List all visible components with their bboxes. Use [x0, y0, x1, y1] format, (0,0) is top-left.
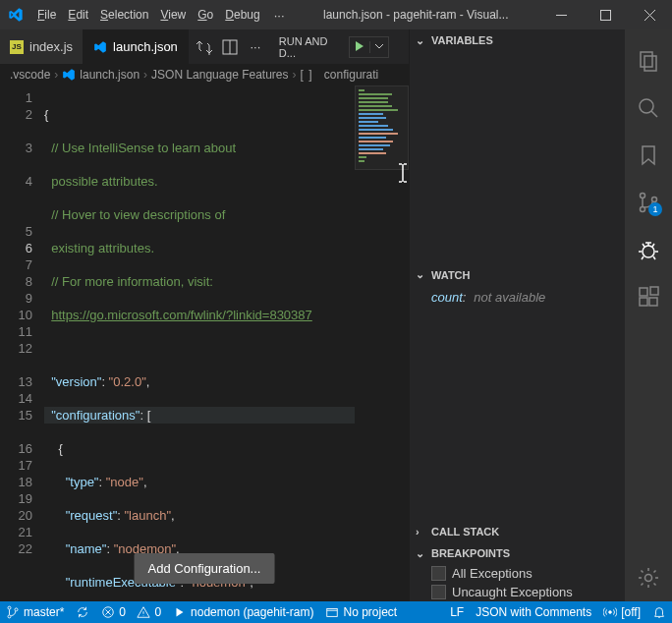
chevron-right-icon: ›: [416, 526, 427, 538]
compare-changes-icon[interactable]: [196, 39, 212, 55]
breadcrumb-folder[interactable]: .vscode: [10, 68, 50, 82]
search-icon[interactable]: [625, 85, 672, 132]
svg-rect-13: [649, 298, 657, 306]
breakpoints-section-header[interactable]: ⌄BREAKPOINTS: [410, 542, 625, 564]
checkbox[interactable]: [431, 566, 446, 581]
js-file-icon: JS: [10, 40, 24, 54]
tab-launch-json[interactable]: launch.json: [84, 29, 189, 64]
run-debug-icon[interactable]: [625, 226, 672, 273]
svg-point-21: [609, 611, 612, 614]
callstack-section-header[interactable]: ›CALL STACK: [410, 521, 625, 542]
chevron-down-icon: ⌄: [416, 268, 427, 281]
svg-point-18: [15, 608, 18, 611]
close-button[interactable]: [628, 0, 672, 29]
chevron-down-icon: ⌄: [416, 547, 427, 560]
breadcrumb-lang[interactable]: JSON Language Features: [151, 68, 288, 82]
vs-settings-icon: [93, 40, 107, 54]
add-configuration-button[interactable]: Add Configuration...: [135, 553, 275, 584]
svg-point-6: [640, 99, 653, 113]
run-debug-controls: RUN AND D...: [271, 29, 409, 64]
svg-rect-12: [640, 298, 647, 306]
tab-index-js[interactable]: JS index.js: [0, 29, 84, 64]
variables-body: [410, 51, 625, 264]
variables-section-header[interactable]: ⌄VARIABLES: [410, 29, 625, 51]
window-controls: [539, 0, 672, 29]
status-language[interactable]: JSON with Comments: [470, 601, 597, 623]
checkbox[interactable]: [431, 585, 446, 599]
svg-point-17: [8, 615, 11, 618]
activity-bar: 1: [625, 29, 672, 601]
menu-debug[interactable]: DebugDebug: [219, 8, 265, 22]
split-editor-icon[interactable]: [222, 39, 238, 55]
source-control-icon[interactable]: 1: [625, 179, 672, 226]
breadcrumb-file[interactable]: launch.json: [62, 68, 140, 82]
tab-label: index.js: [29, 39, 73, 54]
editor-area: JS index.js launch.json ··· RUN AND D...: [0, 29, 409, 601]
minimize-button[interactable]: [539, 0, 584, 29]
menu-edit[interactable]: EditEdit: [62, 8, 94, 22]
menu-selection[interactable]: SelectionSelection: [94, 8, 154, 22]
svg-point-16: [8, 606, 11, 609]
extensions-icon[interactable]: [625, 273, 672, 320]
status-debug-target[interactable]: nodemon (pagehit-ram): [167, 601, 319, 623]
breadcrumb-symbol[interactable]: [ ] configurati: [301, 68, 379, 82]
watch-section-header[interactable]: ⌄WATCH: [410, 264, 625, 286]
more-actions-icon[interactable]: ···: [248, 39, 263, 55]
status-sync[interactable]: [70, 601, 95, 623]
minimap[interactable]: [355, 85, 409, 601]
svg-point-15: [645, 575, 652, 582]
status-bar: master* 0 0 nodemon (pagehit-ram) No pro…: [0, 601, 672, 623]
settings-gear-icon[interactable]: [625, 554, 672, 601]
start-debug-dropdown[interactable]: [349, 36, 389, 58]
bookmarks-icon[interactable]: [625, 132, 672, 179]
main-menu: FFileile EditEdit SelectionSelection Vie…: [31, 8, 266, 22]
chevron-down-icon: [369, 41, 388, 53]
menu-file[interactable]: FFileile: [31, 8, 62, 22]
status-problems[interactable]: 0 0: [95, 601, 167, 623]
chevron-down-icon: ⌄: [416, 34, 427, 47]
explorer-icon[interactable]: [625, 37, 672, 85]
window-title: launch.json - pagehit-ram - Visual...: [293, 8, 539, 22]
line-number-gutter: 12 3 4 5 6 789 101112 131415 161718 1920…: [0, 85, 44, 601]
status-broadcast[interactable]: [off]: [597, 601, 646, 623]
svg-rect-4: [641, 52, 652, 67]
breakpoint-all-exceptions[interactable]: All Exceptions: [410, 564, 625, 583]
svg-rect-0: [601, 10, 611, 20]
titlebar: FFileile EditEdit SelectionSelection Vie…: [0, 0, 672, 29]
svg-rect-11: [640, 288, 647, 296]
menu-view[interactable]: ViewView: [154, 8, 192, 22]
status-eol[interactable]: LF: [444, 601, 470, 623]
debug-panel: ⌄VARIABLES ⌄WATCH count: not available ›…: [409, 29, 625, 601]
status-branch[interactable]: master*: [0, 601, 70, 623]
menu-go[interactable]: GoGo: [192, 8, 219, 22]
editor-body[interactable]: 12 3 4 5 6 789 101112 131415 161718 1920…: [0, 85, 409, 601]
breadcrumb: .vscode › launch.json › JSON Language Fe…: [0, 64, 409, 85]
svg-point-10: [643, 246, 654, 257]
svg-point-8: [641, 207, 645, 212]
run-debug-label: RUN AND D...: [279, 35, 343, 59]
svg-point-7: [641, 194, 645, 198]
maximize-button[interactable]: [584, 0, 628, 29]
svg-rect-5: [644, 56, 656, 71]
breakpoint-uncaught-exceptions[interactable]: Uncaught Exceptions: [410, 583, 625, 601]
badge: 1: [648, 202, 662, 216]
svg-point-9: [652, 198, 657, 202]
status-notifications[interactable]: [646, 601, 672, 623]
status-no-project[interactable]: No project: [319, 601, 403, 623]
menu-overflow[interactable]: ···: [266, 8, 293, 23]
app-logo-icon: [8, 7, 24, 23]
tab-label: launch.json: [113, 39, 178, 54]
play-icon: [350, 40, 369, 54]
tab-bar: JS index.js launch.json ··· RUN AND D...: [0, 29, 409, 64]
editor-actions: ···: [189, 29, 271, 64]
watch-body: count: not available: [410, 286, 625, 309]
svg-rect-20: [327, 609, 338, 617]
svg-rect-14: [650, 287, 658, 295]
